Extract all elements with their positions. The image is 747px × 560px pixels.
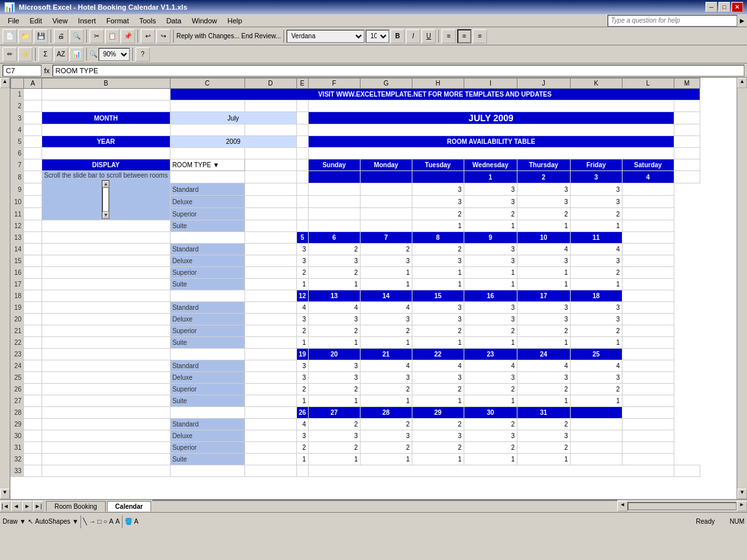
help-arrow[interactable]: ▶	[740, 18, 744, 24]
tab-first[interactable]: |◄	[0, 501, 10, 511]
h-scrollbar[interactable]: ◄ ►	[617, 500, 747, 512]
redo-button[interactable]: ↪	[156, 29, 171, 43]
oval-icon[interactable]: ○	[103, 518, 107, 525]
scroll-up[interactable]: ▲	[0, 78, 10, 88]
menu-insert[interactable]: Insert	[73, 16, 101, 26]
underline-button[interactable]: U	[421, 29, 436, 43]
col-A-header[interactable]: A	[24, 78, 42, 89]
tab-next[interactable]: ►	[22, 501, 32, 511]
select-icon[interactable]: ↖	[28, 518, 33, 525]
col-I-header[interactable]: I	[464, 78, 517, 89]
sort-az[interactable]: AZ	[54, 47, 68, 62]
new-button[interactable]: 📄	[3, 29, 17, 43]
scroll-track[interactable]	[0, 88, 10, 489]
minimize-button[interactable]: ─	[706, 2, 717, 12]
menu-tools[interactable]: Tools	[134, 16, 161, 26]
r22-wed: 1	[412, 337, 464, 349]
menu-help[interactable]: Help	[222, 16, 248, 26]
col-M-header[interactable]: M	[674, 78, 700, 89]
r20-a	[24, 314, 42, 325]
italic-button[interactable]: I	[406, 29, 420, 43]
cut-button[interactable]: ✂	[89, 29, 104, 43]
draw-button[interactable]: ✏	[3, 47, 17, 62]
r29-wed: 2	[412, 419, 464, 430]
col-J-header[interactable]: J	[517, 78, 570, 89]
fontcolor-icon[interactable]: A	[134, 518, 139, 525]
align-left[interactable]: ≡	[442, 29, 456, 43]
formula-input[interactable]	[53, 65, 744, 76]
open-button[interactable]: 📁	[18, 29, 32, 43]
align-right[interactable]: ≡	[473, 29, 487, 43]
rect-icon[interactable]: □	[97, 518, 101, 525]
help-btn2[interactable]: ?	[136, 47, 150, 62]
preview-button[interactable]: 🔍	[69, 29, 84, 43]
display-dropdown[interactable]: ROOM TYPE ▼	[170, 159, 244, 171]
sheet-scroll-container[interactable]: A B C D E F G H I J K L M 1	[10, 78, 737, 499]
font-select[interactable]: Verdana	[287, 30, 364, 43]
tab-room-booking[interactable]: Room Booking	[46, 501, 106, 511]
line-icon[interactable]: ╲	[83, 518, 87, 525]
vscroll-up[interactable]: ▲	[737, 78, 747, 88]
menu-format[interactable]: Format	[101, 16, 134, 26]
chart-button[interactable]: 📊	[69, 47, 84, 62]
col-G-header[interactable]: G	[360, 78, 412, 89]
undo-button[interactable]: ↩	[141, 29, 155, 43]
r23-sun: 19	[296, 349, 308, 360]
col-L-header[interactable]: L	[622, 78, 674, 89]
restore-button[interactable]: □	[718, 2, 730, 12]
textbox-icon[interactable]: A	[109, 518, 113, 525]
col-F-header[interactable]: F	[308, 78, 360, 89]
col-K-header[interactable]: K	[570, 78, 622, 89]
wordart-icon[interactable]: A	[115, 518, 120, 525]
r6-d	[244, 148, 296, 159]
scroll-down-btn[interactable]: ▼	[102, 212, 109, 218]
scroll-up-btn[interactable]: ▲	[102, 181, 109, 187]
menu-file[interactable]: File	[3, 16, 25, 26]
zoom-select[interactable]: 90%	[99, 48, 130, 61]
r22-tue: 1	[360, 337, 412, 349]
copy-button[interactable]: 📋	[105, 29, 119, 43]
hscroll-track[interactable]	[628, 502, 737, 510]
save-button[interactable]: 💾	[34, 29, 48, 43]
help-input[interactable]	[608, 15, 737, 27]
arrow-icon[interactable]: →	[89, 518, 95, 525]
hscroll-right[interactable]: ►	[737, 501, 747, 511]
r10-room: Deluxe	[170, 196, 244, 208]
r9-sat: 3	[570, 183, 622, 196]
col-E-header[interactable]: E	[296, 78, 308, 89]
tab-last[interactable]: ►|	[33, 501, 43, 511]
row-3: 3 MONTH July JULY 2009	[11, 112, 700, 124]
col-C-header[interactable]: C	[170, 78, 244, 89]
size-select[interactable]: 10	[366, 30, 389, 43]
scroll-down[interactable]: ▼	[0, 489, 10, 499]
menu-edit[interactable]: Edit	[25, 16, 47, 26]
right-scrollbar[interactable]: ▲ ▼	[737, 78, 747, 499]
vscroll-down[interactable]: ▼	[737, 489, 747, 499]
col-B-header[interactable]: B	[42, 78, 171, 89]
macro-button[interactable]: ⚡	[18, 47, 32, 62]
r12-mon	[308, 220, 360, 232]
paint-icon[interactable]: 🪣	[124, 518, 132, 525]
tab-prev[interactable]: ◄	[11, 501, 21, 511]
autoshapes-label[interactable]: AutoShapes ▼	[35, 518, 78, 525]
cell-reference[interactable]	[3, 65, 42, 76]
scroll-thumb[interactable]	[102, 187, 109, 212]
sum-button[interactable]: Σ	[38, 47, 53, 62]
menu-window[interactable]: Window	[187, 16, 222, 26]
row-scroll[interactable]: ▲ ▼	[0, 78, 10, 499]
col-D-header[interactable]: D	[244, 78, 296, 89]
tab-calendar[interactable]: Calendar	[107, 501, 152, 511]
scroll-widget[interactable]: ▲ ▼	[102, 180, 110, 219]
menu-data[interactable]: Data	[161, 16, 186, 26]
print-button[interactable]: 🖨	[54, 29, 68, 43]
col-H-header[interactable]: H	[412, 78, 464, 89]
r6-rest	[308, 148, 674, 159]
bold-button[interactable]: B	[390, 29, 405, 43]
close-button[interactable]: ✕	[731, 2, 743, 12]
vscroll-track[interactable]	[737, 88, 747, 489]
paste-button[interactable]: 📌	[121, 29, 135, 43]
align-center[interactable]: ≡	[457, 29, 471, 43]
menu-view[interactable]: View	[47, 16, 73, 26]
hscroll-left[interactable]: ◄	[617, 501, 628, 511]
rn-32: 32	[11, 454, 24, 465]
